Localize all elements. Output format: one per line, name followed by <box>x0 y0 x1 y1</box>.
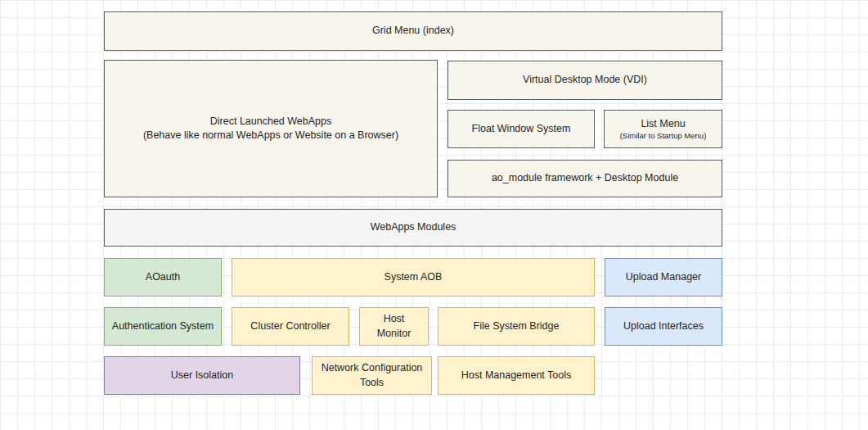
node-label: Upload Manager <box>626 270 701 285</box>
node-user-isolation: User Isolation <box>104 356 300 395</box>
node-label: WebApps Modules <box>371 220 456 235</box>
node-label: User Isolation <box>171 369 233 383</box>
node-label: ao_module framework + Desktop Module <box>492 171 678 186</box>
node-list-menu: List Menu (Similar to Startup Menu) <box>604 110 722 148</box>
node-label: List Menu <box>641 117 685 132</box>
node-label: Cluster Controller <box>250 319 330 334</box>
node-direct-launched-webapps: Direct Launched WebApps (Behave like nor… <box>104 60 438 197</box>
node-label: Network Configuration Tools <box>319 361 425 390</box>
node-sublabel: (Similar to Startup Menu) <box>620 131 707 141</box>
node-label: Host Monitor <box>367 312 421 341</box>
node-label: Host Management Tools <box>461 369 572 383</box>
node-file-system-bridge: File System Bridge <box>438 307 595 346</box>
node-float-window-system: Float Window System <box>447 110 595 148</box>
node-virtual-desktop-mode: Virtual Desktop Mode (VDI) <box>447 61 722 100</box>
node-label: Upload Interfaces <box>623 319 704 334</box>
node-ao-module-framework: ao_module framework + Desktop Module <box>447 160 722 197</box>
node-webapps-modules: WebApps Modules <box>104 209 722 247</box>
node-host-monitor: Host Monitor <box>359 307 429 346</box>
node-label: Grid Menu (index) <box>372 24 454 38</box>
node-cluster-controller: Cluster Controller <box>232 307 349 346</box>
node-label: Direct Launched WebApps <box>210 115 331 129</box>
node-label: Float Window System <box>472 122 571 137</box>
node-system-aob: System AOB <box>232 258 595 296</box>
node-label: Authentication System <box>112 319 214 334</box>
node-grid-menu: Grid Menu (index) <box>104 11 722 51</box>
node-host-management-tools: Host Management Tools <box>438 356 595 395</box>
node-network-configuration-tools: Network Configuration Tools <box>312 356 432 395</box>
node-sublabel: (Behave like normal WebApps or Website o… <box>143 129 398 143</box>
node-label: AOauth <box>146 270 180 285</box>
node-upload-manager: Upload Manager <box>605 258 722 296</box>
node-label: System AOB <box>385 270 443 285</box>
diagram-canvas: Grid Menu (index) Direct Launched WebApp… <box>0 0 868 430</box>
node-aoauth: AOauth <box>104 258 222 296</box>
node-upload-interfaces: Upload Interfaces <box>605 307 722 346</box>
node-label: File System Bridge <box>474 319 560 334</box>
node-label: Virtual Desktop Mode (VDI) <box>523 73 647 88</box>
node-authentication-system: Authentication System <box>104 307 222 346</box>
